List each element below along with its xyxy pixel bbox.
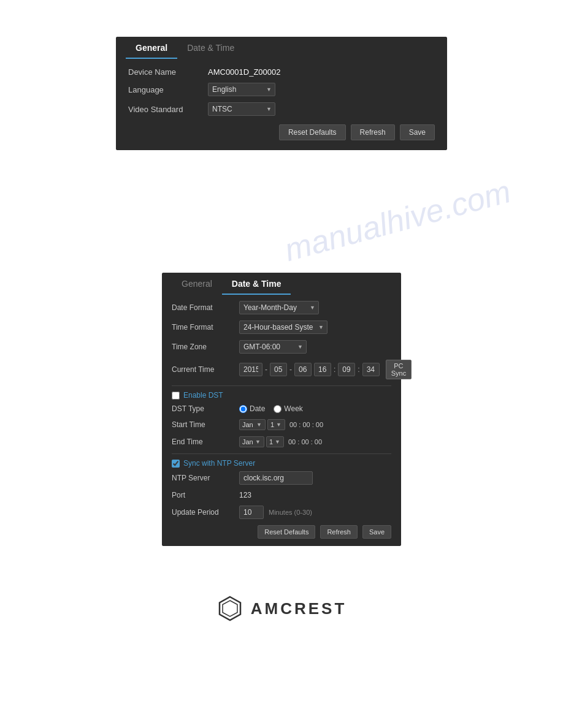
- current-time-label: Current Time: [172, 365, 239, 374]
- reset-defaults-button-2[interactable]: Reset Defaults: [258, 525, 315, 539]
- end-time-inputs: JanFebMar 123 00 : 00 : 00: [239, 436, 322, 447]
- panel1-body: Device Name AMC0001D_Z00002 Language Eng…: [116, 59, 447, 150]
- divider-1: [172, 385, 391, 386]
- tab-bar-1: General Date & Time: [116, 37, 447, 59]
- end-day-select[interactable]: 123: [266, 436, 284, 447]
- reset-defaults-button-1[interactable]: Reset Defaults: [279, 124, 346, 140]
- device-name-row: Device Name AMC0001D_Z00002: [128, 67, 435, 77]
- update-period-hint: Minutes (0-30): [269, 509, 312, 516]
- end-time-value: 00 : 00 : 00: [288, 438, 322, 446]
- time-format-select[interactable]: 24-Hour-based Syste 12-Hour-based Syste: [239, 320, 327, 334]
- start-day-wrapper: 12345: [267, 419, 285, 430]
- panel2-body: Date Format Year-Month-Day Month-Day-Yea…: [162, 295, 401, 546]
- amcrest-logo-icon: [216, 595, 243, 622]
- sep-colon-2: :: [358, 365, 359, 374]
- start-time-label: Start Time: [172, 420, 239, 429]
- ntp-sync-header: Sync with NTP Server: [172, 459, 391, 468]
- language-select[interactable]: English Chinese French Spanish: [208, 83, 275, 96]
- update-period-input[interactable]: [239, 506, 264, 519]
- device-name-value: AMC0001D_Z00002: [208, 67, 281, 77]
- pc-sync-button[interactable]: PC Sync: [386, 360, 412, 379]
- video-standard-select-wrapper: NTSC PAL: [208, 102, 275, 116]
- enable-dst-checkbox[interactable]: [172, 392, 180, 400]
- dst-date-radio[interactable]: [239, 405, 247, 413]
- time-zone-select-wrapper: GMT-06:00 GMT+00:00 GMT+05:30: [239, 340, 307, 354]
- ntp-server-input[interactable]: [239, 471, 313, 485]
- start-time-value: 00 : 00 : 00: [289, 421, 323, 428]
- video-standard-label: Video Standard: [128, 105, 208, 114]
- dst-week-radio-label[interactable]: Week: [274, 404, 302, 413]
- port-row: Port 123: [172, 491, 391, 499]
- time-zone-select[interactable]: GMT-06:00 GMT+00:00 GMT+05:30: [239, 340, 307, 354]
- tab-datetime-1[interactable]: Date & Time: [177, 37, 244, 59]
- time-format-label: Time Format: [172, 323, 239, 332]
- time-format-select-wrapper: 24-Hour-based Syste 12-Hour-based Syste: [239, 320, 327, 334]
- dst-week-radio[interactable]: [274, 405, 282, 413]
- current-time-day[interactable]: [294, 363, 312, 376]
- date-format-label: Date Format: [172, 303, 239, 312]
- current-time-month[interactable]: [270, 363, 287, 376]
- tab-bar-2: General Date & Time: [162, 273, 401, 295]
- amcrest-logo: AMCREST: [216, 595, 347, 622]
- end-month-select[interactable]: JanFebMar: [239, 436, 264, 447]
- end-day-wrapper: 123: [266, 436, 284, 447]
- panel2-btn-row: Reset Defaults Refresh Save: [172, 525, 391, 539]
- dst-type-radio-group: Date Week: [239, 404, 303, 413]
- save-button-1[interactable]: Save: [400, 124, 435, 140]
- refresh-button-2[interactable]: Refresh: [320, 525, 358, 539]
- start-day-select[interactable]: 12345: [267, 419, 285, 430]
- current-time-row: Current Time - - : : PC Sync: [172, 360, 391, 379]
- update-period-row: Update Period Minutes (0-30): [172, 506, 391, 519]
- tab-general-2[interactable]: General: [172, 273, 222, 295]
- current-time-year[interactable]: [239, 363, 262, 376]
- general-panel: General Date & Time Device Name AMC0001D…: [116, 37, 447, 150]
- language-select-wrapper: English Chinese French Spanish: [208, 83, 275, 96]
- ntp-sync-checkbox[interactable]: [172, 460, 180, 468]
- svg-marker-1: [223, 601, 237, 616]
- start-month-select[interactable]: JanFebMar AprMayJun JulAugSep OctNovDec: [239, 419, 266, 430]
- dst-type-label: DST Type: [172, 404, 239, 413]
- divider-2: [172, 453, 391, 454]
- tab-datetime-2[interactable]: Date & Time: [222, 273, 291, 295]
- device-name-label: Device Name: [128, 67, 208, 77]
- end-time-row: End Time JanFebMar 123 00 : 00 : 00: [172, 436, 391, 447]
- time-zone-row: Time Zone GMT-06:00 GMT+00:00 GMT+05:30: [172, 340, 391, 354]
- refresh-button-1[interactable]: Refresh: [351, 124, 395, 140]
- time-format-row: Time Format 24-Hour-based Syste 12-Hour-…: [172, 320, 391, 334]
- tab-general-1[interactable]: General: [126, 37, 177, 59]
- datetime-panel: General Date & Time Date Format Year-Mon…: [162, 273, 401, 546]
- current-time-hour[interactable]: [314, 363, 331, 376]
- date-format-select[interactable]: Year-Month-Day Month-Day-Year Day-Month-…: [239, 301, 319, 314]
- amcrest-logo-text: AMCREST: [251, 599, 347, 618]
- port-label: Port: [172, 491, 239, 499]
- current-time-group: - - : : PC Sync: [239, 360, 412, 379]
- ntp-sync-label: Sync with NTP Server: [183, 459, 255, 468]
- video-standard-row: Video Standard NTSC PAL: [128, 102, 435, 116]
- language-row: Language English Chinese French Spanish: [128, 83, 435, 96]
- sep-dash-2: -: [289, 365, 292, 374]
- sep-colon-1: :: [334, 365, 335, 374]
- video-standard-select[interactable]: NTSC PAL: [208, 102, 275, 116]
- update-period-label: Update Period: [172, 508, 239, 517]
- start-time-inputs: JanFebMar AprMayJun JulAugSep OctNovDec …: [239, 419, 323, 430]
- date-format-select-wrapper: Year-Month-Day Month-Day-Year Day-Month-…: [239, 301, 319, 314]
- dst-date-text: Date: [250, 404, 265, 413]
- end-time-label: End Time: [172, 438, 239, 446]
- dst-week-text: Week: [284, 404, 302, 413]
- update-period-group: Minutes (0-30): [239, 506, 312, 519]
- current-time-sec[interactable]: [362, 363, 380, 376]
- save-button-2[interactable]: Save: [362, 525, 391, 539]
- watermark: manualhive.com: [281, 173, 515, 268]
- date-format-row: Date Format Year-Month-Day Month-Day-Yea…: [172, 301, 391, 314]
- enable-dst-label: Enable DST: [183, 391, 223, 400]
- end-month-wrapper: JanFebMar: [239, 436, 264, 447]
- ntp-server-row: NTP Server: [172, 471, 391, 485]
- ntp-server-label: NTP Server: [172, 474, 239, 482]
- language-label: Language: [128, 85, 208, 94]
- current-time-min[interactable]: [338, 363, 355, 376]
- start-month-wrapper: JanFebMar AprMayJun JulAugSep OctNovDec: [239, 419, 266, 430]
- dst-date-radio-label[interactable]: Date: [239, 404, 265, 413]
- time-zone-label: Time Zone: [172, 343, 239, 351]
- dst-type-row: DST Type Date Week: [172, 404, 391, 413]
- enable-dst-row: Enable DST: [172, 391, 391, 400]
